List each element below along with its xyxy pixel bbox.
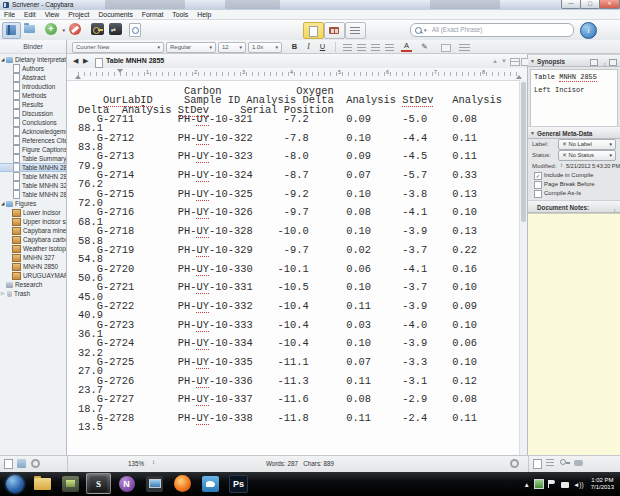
taskbar-start-orb[interactable] [2,473,27,494]
binder-item[interactable]: Table MNHN 327 [0,181,66,190]
taskbar-photoshop[interactable]: Ps [226,473,251,494]
taskbar-twitter[interactable] [198,473,223,494]
binder-item[interactable]: Results [0,100,66,109]
search-icon[interactable] [415,27,422,34]
binder-item[interactable]: Methods [0,91,66,100]
view-mode-corkboard-button[interactable] [324,22,345,39]
binder-item[interactable]: Table MNHN 2855 [0,163,66,172]
binder-item[interactable]: Abstract [0,73,66,82]
compose-mode-button[interactable]: ⇄ [108,22,125,37]
inspector-keywords-tab-icon[interactable] [560,459,566,465]
label-select[interactable]: ✕ No Label ▼ [558,139,616,150]
document-text[interactable]: Carbon Oxygen OurLabID Sample ID Analysi… [78,80,519,455]
menu-documents[interactable]: Documents [98,11,132,18]
checkbox-include-in-compile[interactable]: ✓Include in Compile [528,172,620,181]
checkbox-icon[interactable]: ✓ [534,172,542,180]
inspector-snapshots-tab-icon[interactable] [574,460,583,466]
right-indent-marker[interactable] [516,75,522,79]
status-select[interactable]: ✕ No Status ▼ [558,150,616,161]
line-spacing-select[interactable]: 1.0x▼ [248,42,282,53]
display-icon[interactable] [561,482,569,488]
list-button[interactable] [459,44,470,51]
binder-item[interactable]: ▷Trash [0,289,66,298]
binder-item[interactable]: ◢Figures [0,199,66,208]
binder-item[interactable]: Table MNHN 2850 [0,190,66,199]
binder-item[interactable]: Figure Captions [0,145,66,154]
checkbox-page-break-before[interactable]: Page Break Before [528,181,620,190]
document-notes-area[interactable] [528,213,620,455]
binder-item[interactable]: References Cited [0,136,66,145]
align-left-button[interactable] [343,44,352,51]
binder-item[interactable]: URUGUAYMAP [0,271,66,280]
binder-item[interactable]: MNHN 2850 [0,262,66,271]
back-button[interactable]: ◀ [73,57,78,65]
volume-icon[interactable]: ◄)) [573,481,584,488]
binder-item[interactable]: MNHN 327 [0,253,66,262]
taskbar-gallery-app[interactable] [58,473,83,494]
font-size-select[interactable]: 12▼ [218,42,246,53]
view-mode-outliner-button[interactable] [345,22,366,39]
scrollbar-thumb[interactable] [521,82,526,222]
forward-button[interactable]: ▶ [83,57,88,65]
split-horizontal-button[interactable] [510,58,520,66]
gear-icon[interactable] [31,459,40,468]
align-right-button[interactable] [371,44,380,51]
left-indent-marker[interactable] [75,75,81,79]
checkbox-compile-as-is[interactable]: Compile As-Is [528,190,620,199]
menu-view[interactable]: View [45,11,60,18]
binder-item[interactable]: Upper incisor sam.. [0,217,66,226]
synopsis-image-icon[interactable] [609,59,617,66]
checkbox-icon[interactable] [534,181,542,189]
taskbar-nvu-app[interactable]: N [114,473,139,494]
menu-project[interactable]: Project [68,11,89,18]
binder-item[interactable]: Research [0,280,66,289]
underline-button[interactable]: U [317,42,328,52]
action-center-flag-icon[interactable] [548,480,557,488]
delete-button[interactable] [68,22,85,37]
taskbar-scrivener-app[interactable]: S [86,473,111,494]
editor-options-gear-icon[interactable] [510,459,519,468]
network-icon[interactable] [534,479,544,489]
binder-item[interactable]: ◢Dietary Interpretatio.. [0,55,66,64]
font-style-select[interactable]: Regular▼ [166,42,216,53]
inspector-notes-tab-icon[interactable] [533,459,542,469]
info-button[interactable]: i [580,22,597,39]
search-scope-chevron-icon[interactable]: ▾ [424,27,427,33]
binder-item[interactable]: Conclusions [0,118,66,127]
binder-item[interactable]: Introduction [0,82,66,91]
collections-button[interactable] [21,22,38,37]
menu-edit[interactable]: Edit [24,11,36,18]
notebook-icon[interactable] [17,459,26,468]
synopsis-card[interactable]: Table MNHN 2855 Left Incisor [530,69,618,128]
table-button[interactable] [441,44,451,52]
taskbar-windows-explorer[interactable] [30,473,55,494]
italic-button[interactable]: I [303,42,314,52]
menu-file[interactable]: File [4,11,15,18]
close-button[interactable]: ✕ [599,0,620,9]
menu-tools[interactable]: Tools [172,11,188,18]
binder-item[interactable]: Table MNHN 2894 [0,172,66,181]
binder-item[interactable]: Weather isotope p.. [0,244,66,253]
synopsis-toggle-icon[interactable] [590,59,598,66]
align-center-button[interactable] [357,44,366,51]
taskbar-remote-desktop[interactable] [142,473,167,494]
menu-format[interactable]: Format [142,11,164,18]
date-stepper-icon[interactable]: ↕ [560,162,563,168]
first-line-indent-marker[interactable] [117,69,123,73]
keywords-button[interactable] [90,22,107,37]
binder-toggle-button[interactable] [2,22,21,39]
new-item-icon[interactable] [4,459,13,469]
text-color-button[interactable]: A [401,42,412,52]
view-mode-document-button[interactable] [303,22,324,39]
binder-item[interactable]: Table Summary [0,154,66,163]
minimize-button[interactable]: — [561,0,581,9]
align-justify-button[interactable] [385,44,394,51]
menu-help[interactable]: Help [197,11,211,18]
binder-item[interactable]: Lower incisor [0,208,66,217]
binder-item[interactable]: Acknowledgements [0,127,66,136]
font-family-select[interactable]: Courier New▼ [72,42,164,53]
search-input[interactable]: ▾ All (Exact Phrase) [410,23,574,37]
maximize-button[interactable]: ▢ [580,0,600,9]
editor-scrollbar[interactable] [519,80,527,455]
binder-item[interactable]: Authors [0,64,66,73]
